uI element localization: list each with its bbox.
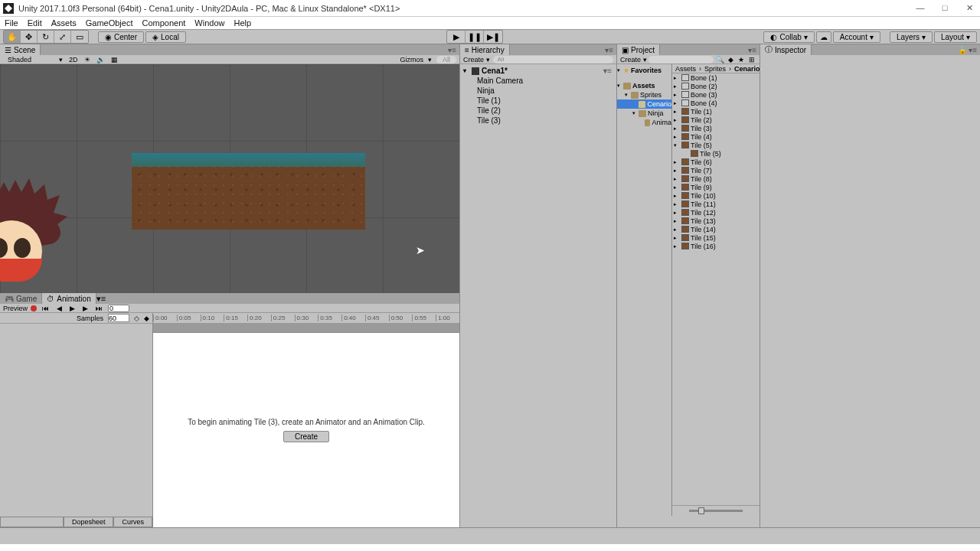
hierarchy-search[interactable]: All (493, 56, 613, 64)
hierarchy-item[interactable]: Ninja (460, 86, 616, 96)
play-anim-button[interactable]: ▶ (67, 305, 77, 312)
panel-options-icon[interactable]: ▾≡ (748, 46, 756, 54)
panel-options-icon[interactable]: ▾≡ (605, 46, 613, 54)
asset-item[interactable]: ▸Bone (3) (672, 90, 760, 99)
hierarchy-item[interactable]: Tile (1) (460, 96, 616, 106)
shading-dropdown[interactable]: Shaded (3, 56, 36, 64)
samples-input[interactable] (108, 314, 129, 322)
hand-tool[interactable]: ✋ (4, 31, 21, 43)
collab-button[interactable]: ◐ Collab ▾ (763, 31, 814, 43)
hierarchy-scene-row[interactable]: ▾Cena1*▾≡ (460, 66, 616, 76)
project-zoom-slider[interactable] (672, 505, 760, 516)
asset-item[interactable]: ▸Tile (11) (672, 200, 760, 208)
menu-assets[interactable]: Assets (51, 18, 77, 28)
scene-search[interactable]: All (436, 56, 456, 64)
cloud-button[interactable]: ☁ (816, 31, 831, 43)
tab-project[interactable]: ▣ Project (617, 44, 660, 55)
frame-input[interactable] (108, 305, 129, 312)
assets-folder[interactable]: ▾Assets (617, 81, 671, 90)
asset-item[interactable]: ▸Tile (10) (672, 191, 760, 200)
step-button[interactable]: ▶❚ (484, 31, 502, 43)
asset-item[interactable]: ▸Bone (2) (672, 82, 760, 90)
asset-item[interactable]: ▾Tile (5) (672, 141, 760, 149)
asset-item[interactable]: ▸Tile (12) (672, 208, 760, 217)
filter-type-icon[interactable]: ◆ (726, 56, 735, 64)
gizmos-dropdown[interactable]: Gizmos (400, 56, 423, 64)
filter-label-icon[interactable]: ★ (737, 56, 746, 64)
sprites-folder[interactable]: ▾Sprites (617, 90, 671, 99)
pivot-center-toggle[interactable]: ◉ Center (98, 31, 144, 43)
add-event-icon[interactable]: ◆ (144, 315, 149, 322)
dopesheet-tab[interactable]: Dopesheet (64, 517, 114, 527)
save-search-icon[interactable]: ⊞ (747, 56, 756, 64)
project-create-dropdown[interactable]: Create ▾ (620, 56, 647, 64)
asset-item[interactable]: ▸Tile (8) (672, 174, 760, 183)
anima-folder[interactable]: Anima (617, 118, 671, 127)
menu-component[interactable]: Component (142, 18, 185, 28)
account-button[interactable]: Account ▾ (833, 31, 880, 43)
asset-item[interactable]: Tile (5) (672, 149, 760, 158)
asset-item[interactable]: ▸Tile (13) (672, 217, 760, 225)
rotate-tool[interactable]: ↻ (38, 31, 54, 43)
asset-item[interactable]: ▸Tile (3) (672, 124, 760, 132)
tab-scene[interactable]: ☰ Scene (0, 44, 41, 55)
asset-item[interactable]: ▸Tile (1) (672, 107, 760, 116)
hierarchy-create-dropdown[interactable]: Create ▾ (463, 56, 490, 64)
asset-item[interactable]: ▸Tile (9) (672, 183, 760, 191)
record-button[interactable] (31, 305, 37, 311)
menu-window[interactable]: Window (194, 18, 224, 28)
first-frame-button[interactable]: ⏮ (40, 305, 51, 312)
hierarchy-item[interactable]: Main Camera (460, 76, 616, 86)
audio-toggle-icon[interactable]: 🔊 (96, 56, 105, 64)
create-animation-button[interactable]: Create (283, 431, 329, 442)
search-filter-icon[interactable]: 🔍 (715, 56, 724, 64)
asset-item[interactable]: ▸Tile (2) (672, 116, 760, 124)
add-property-icon[interactable]: ◇ (134, 315, 139, 322)
pivot-local-toggle[interactable]: ◈ Local (145, 31, 186, 43)
asset-item[interactable]: ▸Tile (4) (672, 132, 760, 141)
asset-item[interactable]: ▸Tile (16) (672, 242, 760, 250)
scale-tool[interactable]: ⤢ (54, 31, 71, 43)
close-button[interactable]: ✕ (962, 3, 977, 13)
pause-button[interactable]: ❚❚ (466, 31, 484, 43)
lighting-toggle-icon[interactable]: ☀ (84, 56, 90, 64)
asset-item[interactable]: ▸Bone (1) (672, 73, 760, 82)
ninja-folder[interactable]: ▾Ninja (617, 109, 671, 118)
layout-button[interactable]: Layout ▾ (934, 31, 977, 43)
asset-item[interactable]: ▸Tile (15) (672, 233, 760, 242)
menu-file[interactable]: File (5, 18, 18, 28)
asset-item[interactable]: ▸Tile (6) (672, 158, 760, 166)
timeline-ruler[interactable]: 0:000:050:100:150:200:250:300:350:400:45… (153, 313, 459, 324)
play-button[interactable]: ▶ (447, 31, 466, 43)
ground-tiles[interactable] (132, 153, 365, 230)
2d-toggle[interactable]: 2D (69, 56, 78, 64)
panel-options-icon[interactable]: ▾≡ (96, 294, 106, 303)
cenario-folder[interactable]: Cenario (617, 99, 671, 109)
menu-edit[interactable]: Edit (28, 18, 42, 28)
tab-animation[interactable]: ⏱ Animation (42, 293, 96, 304)
tab-game[interactable]: 🎮 Game (0, 293, 42, 304)
fx-toggle-icon[interactable]: ▦ (111, 56, 118, 64)
maximize-button[interactable]: □ (937, 3, 952, 13)
hierarchy-item[interactable]: Tile (2) (460, 106, 616, 116)
lock-icon[interactable]: 🔒 (958, 46, 967, 54)
scene-viewport[interactable]: ➤ (0, 64, 459, 293)
project-search[interactable] (648, 56, 714, 64)
panel-options-icon[interactable]: ▾≡ (969, 46, 977, 54)
favorites-row[interactable]: ▾★Favorites (617, 66, 671, 75)
tab-inspector[interactable]: ⓘ Inspector (760, 44, 812, 55)
asset-item[interactable]: ▸Tile (7) (672, 166, 760, 174)
next-frame-button[interactable]: ▶ (80, 305, 90, 312)
menu-gameobject[interactable]: GameObject (86, 18, 133, 28)
rect-tool[interactable]: ▭ (71, 31, 88, 43)
hierarchy-item[interactable]: Tile (3) (460, 116, 616, 126)
layers-button[interactable]: Layers ▾ (890, 31, 933, 43)
menu-help[interactable]: Help (234, 18, 251, 28)
preview-toggle[interactable]: Preview (3, 305, 28, 312)
tab-hierarchy[interactable]: ≡ Hierarchy (460, 44, 510, 55)
move-tool[interactable]: ✥ (21, 31, 38, 43)
prev-frame-button[interactable]: ◀ (54, 305, 64, 312)
minimize-button[interactable]: — (913, 3, 928, 13)
panel-options-icon[interactable]: ▾≡ (448, 46, 456, 54)
curves-tab[interactable]: Curves (113, 517, 152, 527)
